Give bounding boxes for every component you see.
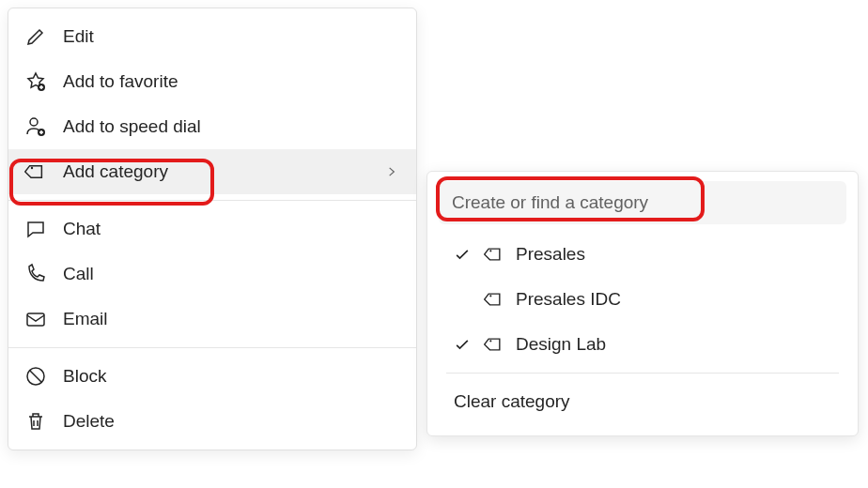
tag-icon (23, 160, 48, 184)
svg-point-8 (489, 340, 491, 342)
chevron-right-icon (382, 162, 401, 181)
checkmark-icon (446, 245, 478, 264)
menu-item-delete[interactable]: Delete (8, 399, 416, 444)
menu-label: Email (63, 309, 401, 329)
category-item[interactable]: Presales IDC (439, 277, 846, 322)
pencil-icon (23, 24, 48, 49)
chat-icon (23, 217, 48, 241)
menu-label: Edit (63, 26, 401, 47)
menu-label: Call (63, 264, 401, 284)
svg-point-7 (489, 295, 491, 297)
category-item[interactable]: Design Lab (439, 322, 846, 367)
add-category-submenu: Presales Presales IDC Design Lab Clear c… (426, 171, 859, 436)
menu-label: Delete (63, 411, 401, 432)
menu-label: Add category (63, 161, 382, 182)
category-search-input[interactable] (439, 181, 846, 224)
phone-icon (23, 262, 48, 286)
menu-item-call[interactable]: Call (8, 252, 416, 297)
person-add-icon (23, 114, 48, 139)
menu-item-speed-dial[interactable]: Add to speed dial (8, 104, 416, 149)
menu-item-email[interactable]: Email (8, 297, 416, 342)
tag-icon (478, 289, 510, 310)
divider (8, 200, 416, 201)
clear-category-label: Clear category (454, 391, 570, 412)
divider (8, 347, 416, 348)
category-label: Design Lab (516, 334, 606, 355)
menu-item-add-category[interactable]: Add category (8, 149, 416, 194)
menu-item-chat[interactable]: Chat (8, 206, 416, 252)
category-item[interactable]: Presales (439, 232, 846, 277)
menu-label: Add to favorite (63, 71, 401, 92)
category-label: Presales (516, 244, 585, 265)
category-label: Presales IDC (516, 289, 621, 310)
menu-label: Add to speed dial (63, 116, 401, 137)
block-icon (23, 364, 48, 389)
context-menu: Edit Add to favorite Add to speed dial (8, 8, 417, 450)
svg-point-6 (489, 250, 491, 252)
menu-item-block[interactable]: Block (8, 354, 416, 399)
star-add-icon (23, 69, 48, 94)
divider (446, 373, 839, 374)
menu-item-edit[interactable]: Edit (8, 14, 416, 59)
menu-label: Block (63, 366, 401, 387)
tag-icon (478, 244, 510, 265)
category-list: Presales Presales IDC Design Lab (439, 232, 846, 367)
svg-rect-4 (27, 313, 44, 326)
tag-icon (478, 334, 510, 355)
clear-category-button[interactable]: Clear category (439, 379, 846, 424)
trash-icon (23, 409, 48, 434)
mail-icon (23, 307, 48, 331)
checkmark-icon (446, 335, 478, 354)
svg-point-1 (30, 118, 38, 126)
menu-label: Chat (63, 219, 401, 239)
svg-point-3 (31, 167, 33, 169)
menu-item-favorite[interactable]: Add to favorite (8, 59, 416, 104)
